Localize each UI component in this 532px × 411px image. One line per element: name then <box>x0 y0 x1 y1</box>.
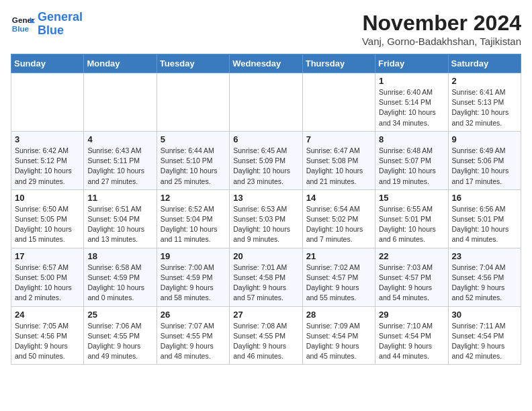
calendar-cell: 24Sunrise: 7:05 AM Sunset: 4:56 PM Dayli… <box>11 306 84 365</box>
day-number: 11 <box>87 193 152 203</box>
day-info: Sunrise: 6:55 AM Sunset: 5:01 PM Dayligh… <box>379 204 444 245</box>
day-number: 28 <box>306 310 371 320</box>
month-title: November 2024 <box>362 11 521 36</box>
calendar-header-row: SundayMondayTuesdayWednesdayThursdayFrid… <box>11 54 521 73</box>
calendar-cell <box>11 73 84 132</box>
calendar-week-1: 1Sunrise: 6:40 AM Sunset: 5:14 PM Daylig… <box>11 73 521 132</box>
calendar: SundayMondayTuesdayWednesdayThursdayFrid… <box>11 54 521 365</box>
calendar-header-wednesday: Wednesday <box>230 54 302 73</box>
calendar-cell: 11Sunrise: 6:51 AM Sunset: 5:04 PM Dayli… <box>84 189 157 248</box>
calendar-cell: 17Sunrise: 6:57 AM Sunset: 5:00 PM Dayli… <box>11 248 84 306</box>
day-info: Sunrise: 6:56 AM Sunset: 5:01 PM Dayligh… <box>452 204 517 245</box>
day-number: 20 <box>233 251 298 261</box>
calendar-cell: 8Sunrise: 6:48 AM Sunset: 5:07 PM Daylig… <box>375 131 448 189</box>
day-number: 13 <box>233 193 298 203</box>
calendar-cell: 12Sunrise: 6:52 AM Sunset: 5:04 PM Dayli… <box>157 189 229 248</box>
logo-text: General Blue <box>38 11 83 38</box>
calendar-cell: 14Sunrise: 6:54 AM Sunset: 5:02 PM Dayli… <box>302 189 375 248</box>
calendar-cell: 23Sunrise: 7:04 AM Sunset: 4:56 PM Dayli… <box>448 248 521 306</box>
calendar-cell: 29Sunrise: 7:10 AM Sunset: 4:54 PM Dayli… <box>375 306 448 365</box>
calendar-cell: 30Sunrise: 7:11 AM Sunset: 4:54 PM Dayli… <box>448 306 521 365</box>
svg-text:Blue: Blue <box>12 24 30 33</box>
day-info: Sunrise: 6:50 AM Sunset: 5:05 PM Dayligh… <box>15 204 80 245</box>
calendar-cell <box>157 73 229 132</box>
day-number: 14 <box>306 193 371 203</box>
calendar-week-2: 3Sunrise: 6:42 AM Sunset: 5:12 PM Daylig… <box>11 131 521 189</box>
calendar-cell: 13Sunrise: 6:53 AM Sunset: 5:03 PM Dayli… <box>230 189 302 248</box>
calendar-cell: 4Sunrise: 6:43 AM Sunset: 5:11 PM Daylig… <box>84 131 157 189</box>
day-number: 19 <box>161 251 226 261</box>
day-number: 16 <box>452 193 517 203</box>
calendar-header-monday: Monday <box>84 54 157 73</box>
calendar-header-sunday: Sunday <box>11 54 84 73</box>
calendar-cell: 19Sunrise: 7:00 AM Sunset: 4:59 PM Dayli… <box>157 248 229 306</box>
day-info: Sunrise: 7:08 AM Sunset: 4:55 PM Dayligh… <box>233 321 298 362</box>
day-number: 17 <box>15 251 80 261</box>
day-number: 4 <box>87 134 152 144</box>
day-number: 3 <box>15 134 80 144</box>
day-number: 5 <box>161 134 226 144</box>
page-header: General Blue General Blue November 2024 … <box>11 11 521 47</box>
day-number: 2 <box>452 76 517 86</box>
day-info: Sunrise: 6:48 AM Sunset: 5:07 PM Dayligh… <box>379 146 444 187</box>
logo: General Blue General Blue <box>11 11 83 38</box>
day-info: Sunrise: 6:41 AM Sunset: 5:13 PM Dayligh… <box>452 87 517 128</box>
title-block: November 2024 Vanj, Gorno-Badakhshan, Ta… <box>362 11 521 47</box>
day-info: Sunrise: 7:04 AM Sunset: 4:56 PM Dayligh… <box>452 263 517 304</box>
day-number: 21 <box>306 251 371 261</box>
day-info: Sunrise: 6:47 AM Sunset: 5:08 PM Dayligh… <box>306 146 371 187</box>
day-number: 6 <box>233 134 298 144</box>
calendar-header-saturday: Saturday <box>448 54 521 73</box>
logo-icon: General Blue <box>11 12 35 36</box>
calendar-cell: 7Sunrise: 6:47 AM Sunset: 5:08 PM Daylig… <box>302 131 375 189</box>
calendar-week-4: 17Sunrise: 6:57 AM Sunset: 5:00 PM Dayli… <box>11 248 521 306</box>
calendar-cell: 5Sunrise: 6:44 AM Sunset: 5:10 PM Daylig… <box>157 131 229 189</box>
calendar-cell: 1Sunrise: 6:40 AM Sunset: 5:14 PM Daylig… <box>375 73 448 132</box>
calendar-cell <box>302 73 375 132</box>
calendar-cell: 15Sunrise: 6:55 AM Sunset: 5:01 PM Dayli… <box>375 189 448 248</box>
day-info: Sunrise: 7:09 AM Sunset: 4:54 PM Dayligh… <box>306 321 371 362</box>
day-info: Sunrise: 7:00 AM Sunset: 4:59 PM Dayligh… <box>161 263 226 304</box>
calendar-cell: 2Sunrise: 6:41 AM Sunset: 5:13 PM Daylig… <box>448 73 521 132</box>
day-number: 25 <box>87 310 152 320</box>
calendar-cell: 21Sunrise: 7:02 AM Sunset: 4:57 PM Dayli… <box>302 248 375 306</box>
calendar-cell: 28Sunrise: 7:09 AM Sunset: 4:54 PM Dayli… <box>302 306 375 365</box>
calendar-cell: 26Sunrise: 7:07 AM Sunset: 4:55 PM Dayli… <box>157 306 229 365</box>
day-info: Sunrise: 6:57 AM Sunset: 5:00 PM Dayligh… <box>15 263 80 304</box>
calendar-cell: 16Sunrise: 6:56 AM Sunset: 5:01 PM Dayli… <box>448 189 521 248</box>
day-info: Sunrise: 6:45 AM Sunset: 5:09 PM Dayligh… <box>233 146 298 187</box>
day-info: Sunrise: 7:06 AM Sunset: 4:55 PM Dayligh… <box>87 321 152 362</box>
day-info: Sunrise: 7:11 AM Sunset: 4:54 PM Dayligh… <box>452 321 517 362</box>
day-info: Sunrise: 6:40 AM Sunset: 5:14 PM Dayligh… <box>379 87 444 128</box>
calendar-header-friday: Friday <box>375 54 448 73</box>
calendar-cell: 27Sunrise: 7:08 AM Sunset: 4:55 PM Dayli… <box>230 306 302 365</box>
calendar-cell: 9Sunrise: 6:49 AM Sunset: 5:06 PM Daylig… <box>448 131 521 189</box>
day-info: Sunrise: 7:05 AM Sunset: 4:56 PM Dayligh… <box>15 321 80 362</box>
calendar-cell: 20Sunrise: 7:01 AM Sunset: 4:58 PM Dayli… <box>230 248 302 306</box>
day-number: 26 <box>161 310 226 320</box>
day-number: 10 <box>15 193 80 203</box>
day-info: Sunrise: 6:42 AM Sunset: 5:12 PM Dayligh… <box>15 146 80 187</box>
calendar-week-3: 10Sunrise: 6:50 AM Sunset: 5:05 PM Dayli… <box>11 189 521 248</box>
day-number: 15 <box>379 193 444 203</box>
calendar-cell: 22Sunrise: 7:03 AM Sunset: 4:57 PM Dayli… <box>375 248 448 306</box>
day-info: Sunrise: 7:01 AM Sunset: 4:58 PM Dayligh… <box>233 263 298 304</box>
calendar-header-thursday: Thursday <box>302 54 375 73</box>
day-number: 8 <box>379 134 444 144</box>
day-number: 18 <box>87 251 152 261</box>
location: Vanj, Gorno-Badakhshan, Tajikistan <box>362 36 521 47</box>
day-number: 24 <box>15 310 80 320</box>
day-number: 7 <box>306 134 371 144</box>
day-number: 1 <box>379 76 444 86</box>
day-info: Sunrise: 7:10 AM Sunset: 4:54 PM Dayligh… <box>379 321 444 362</box>
day-info: Sunrise: 6:51 AM Sunset: 5:04 PM Dayligh… <box>87 204 152 245</box>
day-number: 23 <box>452 251 517 261</box>
day-info: Sunrise: 6:49 AM Sunset: 5:06 PM Dayligh… <box>452 146 517 187</box>
day-info: Sunrise: 6:58 AM Sunset: 4:59 PM Dayligh… <box>87 263 152 304</box>
calendar-cell: 18Sunrise: 6:58 AM Sunset: 4:59 PM Dayli… <box>84 248 157 306</box>
day-info: Sunrise: 6:52 AM Sunset: 5:04 PM Dayligh… <box>161 204 226 245</box>
day-number: 22 <box>379 251 444 261</box>
calendar-cell: 3Sunrise: 6:42 AM Sunset: 5:12 PM Daylig… <box>11 131 84 189</box>
calendar-week-5: 24Sunrise: 7:05 AM Sunset: 4:56 PM Dayli… <box>11 306 521 365</box>
calendar-cell: 10Sunrise: 6:50 AM Sunset: 5:05 PM Dayli… <box>11 189 84 248</box>
